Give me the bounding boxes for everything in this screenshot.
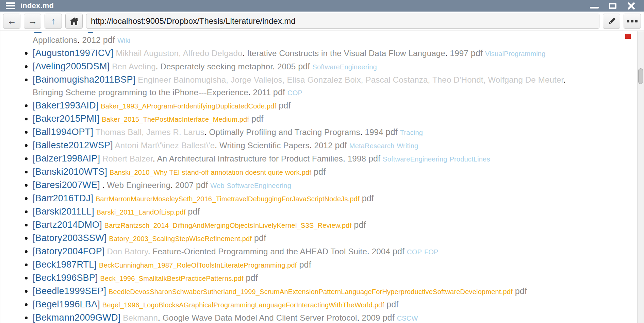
separator-period: . bbox=[156, 62, 158, 71]
tag-link[interactable]: ProductLines bbox=[449, 155, 490, 163]
pdf-link[interactable]: pdf bbox=[298, 62, 310, 71]
tag-link[interactable]: Wiki bbox=[117, 37, 131, 44]
scrollbar[interactable] bbox=[637, 31, 644, 323]
citation-key-link[interactable]: [Bekmann2009GWD] bbox=[33, 312, 120, 323]
minimize-button[interactable] bbox=[590, 7, 599, 8]
pdf-link[interactable]: pdf bbox=[196, 180, 208, 190]
separator-period: . bbox=[243, 49, 245, 58]
pdf-filename-link[interactable]: BartzRantzsch_2014_DiffingAndMergingObje… bbox=[104, 222, 352, 229]
pdf-link[interactable]: pdf bbox=[362, 193, 374, 203]
citation-key-link[interactable]: [Banski2010WTS] bbox=[33, 167, 107, 177]
window-controls bbox=[590, 2, 639, 10]
citation-key-link[interactable]: [Bartz2014DMO] bbox=[33, 220, 102, 230]
pdf-filename-link[interactable]: Batory_2003_ScalingStepWiseRefinement.pd… bbox=[109, 235, 252, 242]
entry-year: 2004 bbox=[372, 247, 390, 256]
clipped-text-fragment bbox=[34, 32, 42, 33]
tag-link[interactable]: Web bbox=[210, 182, 224, 189]
tag-link[interactable]: CSCW bbox=[397, 314, 418, 322]
entry-title: Google Wave Data Model And Client Server… bbox=[163, 313, 357, 322]
pdf-link[interactable]: pdf bbox=[382, 313, 394, 322]
citation-key-link[interactable]: [Beedle1999SEP] bbox=[33, 286, 106, 296]
entry-authors: Thomas Ball, James R. Larus bbox=[96, 128, 204, 137]
pdf-filename-link[interactable]: BeckCunningham_1987_RoleOfToolsInLiterat… bbox=[99, 261, 297, 269]
tag-link[interactable]: Writing bbox=[397, 142, 418, 150]
back-button[interactable]: ← bbox=[3, 14, 20, 29]
pdf-link[interactable]: pdf bbox=[279, 101, 291, 110]
citation-key-link[interactable]: [Batory2004FOP] bbox=[33, 246, 105, 256]
citation-key-link[interactable]: [Barski2011LL] bbox=[33, 206, 94, 217]
pdf-link[interactable]: pdf bbox=[471, 48, 483, 58]
pdf-link[interactable]: pdf bbox=[273, 87, 285, 97]
citation-key-link[interactable]: [Beck1996SBP] bbox=[33, 273, 98, 283]
tag-link[interactable]: FOP bbox=[424, 248, 439, 256]
entry-year: 2012 bbox=[82, 35, 101, 45]
citation-key-link[interactable]: [Balleste2012WSP] bbox=[33, 140, 113, 150]
citation-key-link[interactable]: [Beck1987RTL] bbox=[33, 259, 97, 270]
entry-title: Desperately seeking metaphor bbox=[161, 62, 273, 71]
pdf-link[interactable]: pdf bbox=[386, 300, 398, 309]
close-button[interactable] bbox=[627, 2, 635, 10]
pdf-filename-link[interactable]: Baker_2015_ThePostMacInterface_Medium.pd… bbox=[102, 116, 249, 123]
tag-link[interactable]: COP bbox=[287, 89, 302, 97]
pdf-link[interactable]: pdf bbox=[254, 233, 266, 243]
pdf-link[interactable]: pdf bbox=[299, 260, 311, 269]
tag-link[interactable]: COP bbox=[407, 248, 422, 256]
citation-key-link[interactable]: [Auguston1997ICV] bbox=[33, 48, 114, 58]
citation-key-link[interactable]: [Balzer1998AIP] bbox=[33, 153, 100, 164]
pdf-filename-link[interactable]: Baker_1993_AProgramForIdentifyingDuplica… bbox=[101, 102, 276, 110]
tag-link[interactable]: SoftwareEngineering bbox=[227, 182, 291, 189]
pdf-link[interactable]: pdf bbox=[368, 154, 380, 163]
pdf-filename-link[interactable]: BarrMarronMaurerMoseleySeth_2016_Timetra… bbox=[96, 195, 360, 203]
entry-year: 2005 bbox=[277, 62, 296, 71]
hamburger-menu-icon[interactable] bbox=[6, 2, 15, 9]
tag-link[interactable]: MetaResearch bbox=[349, 142, 394, 150]
url-input[interactable] bbox=[86, 14, 599, 29]
bibliography-entry: [Ball1994OPT] Thomas Ball, James R. Laru… bbox=[33, 126, 632, 139]
more-options-button[interactable] bbox=[624, 14, 641, 29]
tag-link[interactable]: Tracing bbox=[400, 129, 423, 136]
pdf-link[interactable]: pdf bbox=[515, 286, 527, 296]
separator-period: . bbox=[357, 313, 360, 322]
bibliography-list: Applications. 2012 pdf Wiki[Auguston1997… bbox=[0, 34, 644, 323]
pdf-link[interactable]: pdf bbox=[188, 207, 200, 216]
entry-authors: Mikhail Auguston, Alfredo Delgado bbox=[116, 49, 242, 58]
maximize-button[interactable] bbox=[609, 3, 616, 9]
citation-key-link[interactable]: [Bainomugisha2011BSP] bbox=[33, 74, 135, 85]
pdf-link[interactable]: pdf bbox=[314, 167, 326, 176]
pdf-filename-link[interactable]: Banski_2010_Why TEI stand-off annotation… bbox=[110, 169, 311, 176]
entry-year: 1994 bbox=[365, 128, 383, 137]
pdf-link[interactable]: pdf bbox=[251, 114, 263, 123]
pdf-link[interactable]: pdf bbox=[246, 273, 258, 283]
tag-link[interactable]: VisualProgramming bbox=[485, 50, 546, 57]
pdf-link[interactable]: pdf bbox=[103, 35, 115, 45]
forward-button[interactable]: → bbox=[24, 14, 41, 29]
entry-authors: Antoni Mart\'\inez Ballest\'e bbox=[115, 141, 215, 150]
citation-key-link[interactable]: [Barr2016TDJ] bbox=[33, 193, 93, 203]
separator-period: . bbox=[445, 49, 448, 58]
pdf-link[interactable]: pdf bbox=[335, 140, 347, 150]
pdf-link[interactable]: pdf bbox=[386, 127, 398, 137]
home-button[interactable] bbox=[65, 14, 83, 29]
up-button[interactable]: ↑ bbox=[45, 14, 62, 29]
bibliography-entry: Applications. 2012 pdf Wiki bbox=[33, 34, 632, 47]
citation-key-link[interactable]: [Baresi2007WE] bbox=[33, 180, 100, 190]
pdf-filename-link[interactable]: Begel_1996_LogoBlocksAGraphicalProgrammi… bbox=[102, 301, 384, 309]
citation-key-link[interactable]: [Aveling2005DSM] bbox=[33, 61, 110, 71]
edit-button[interactable] bbox=[603, 14, 620, 29]
separator-period: . bbox=[153, 154, 155, 163]
citation-key-link[interactable]: [Baker1993AID] bbox=[33, 100, 98, 111]
entry-year: 2011 bbox=[253, 88, 271, 97]
separator-period: . bbox=[563, 75, 566, 84]
scrollbar-thumb[interactable] bbox=[638, 68, 643, 84]
pdf-filename-link[interactable]: Beck_1996_SmalltalkBestPracticePatterns.… bbox=[100, 275, 244, 282]
pdf-filename-link[interactable]: BeedleDevosSharonSchwaberSutherland_1999… bbox=[109, 288, 513, 295]
pdf-filename-link[interactable]: Barski_2011_LandOfLisp.pdf bbox=[97, 208, 186, 216]
citation-key-link[interactable]: [Ball1994OPT] bbox=[33, 127, 93, 137]
pdf-link[interactable]: pdf bbox=[354, 220, 366, 230]
citation-key-link[interactable]: [Batory2003SSW] bbox=[33, 233, 107, 243]
citation-key-link[interactable]: [Baker2015PMI] bbox=[33, 114, 99, 124]
tag-link[interactable]: SoftwareEngineering bbox=[312, 63, 377, 71]
tag-link[interactable]: SoftwareEngineering bbox=[383, 155, 447, 163]
citation-key-link[interactable]: [Begel1996LBA] bbox=[33, 299, 100, 309]
pdf-link[interactable]: pdf bbox=[393, 247, 404, 256]
